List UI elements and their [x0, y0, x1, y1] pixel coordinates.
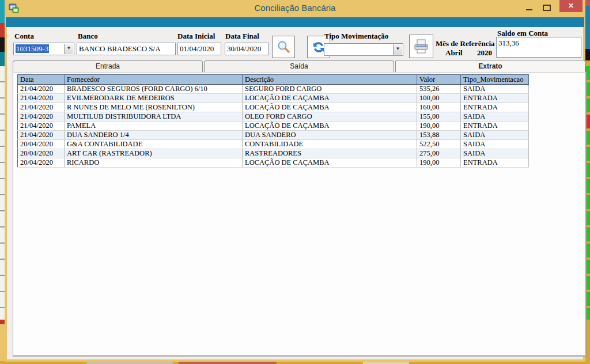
mes-referencia-year: 2020 — [477, 48, 492, 58]
table-cell: 21/04/2020 — [18, 112, 65, 122]
table-cell: RICARDO — [65, 158, 243, 168]
table-cell: DUA SANDERO — [243, 131, 417, 140]
table-row[interactable]: 21/04/2020R NUNES DE MELO ME (ROSENILTON… — [18, 103, 529, 112]
tab-extrato[interactable]: Extrato — [395, 60, 585, 72]
table-cell: SAIDA — [461, 140, 529, 149]
table-cell: SAIDA — [461, 131, 529, 140]
table-cell: 21/04/2020 — [18, 85, 65, 94]
column-header[interactable]: Valor — [417, 75, 461, 85]
table-cell: ENTRADA — [461, 122, 529, 131]
maximize-button[interactable] — [543, 5, 551, 11]
table-cell: 275,00 — [417, 149, 461, 158]
chevron-down-icon[interactable]: ▼ — [64, 44, 73, 54]
saldo-conta-field[interactable]: 313,36 — [496, 37, 581, 58]
table-body: 21/04/2020BRADESCO SEGUROS (FORD CARGO) … — [18, 85, 529, 168]
table-cell: LOCAÇÃO DE CAÇAMBA — [243, 122, 417, 131]
table-cell: MULTILUB DISTRIBUIDORA LTDA — [65, 112, 243, 122]
table-cell: G&A CONTABILIDADE — [65, 140, 243, 149]
table-cell: 100,00 — [417, 94, 461, 103]
table-row[interactable]: 21/04/2020MULTILUB DISTRIBUIDORA LTDAOLE… — [18, 112, 529, 122]
table-cell: 522,50 — [417, 140, 461, 149]
app-window: Conciliação Bancária ✕ Conta 1031509-3 ▼… — [5, 0, 585, 362]
banco-label: Banco — [78, 32, 98, 41]
table-cell: 21/04/2020 — [18, 122, 65, 131]
table-cell: SAIDA — [461, 112, 529, 122]
column-header[interactable]: Data — [18, 75, 65, 85]
table-cell: LOCAÇÃO DE CAÇAMBA — [243, 158, 417, 168]
search-icon — [276, 40, 291, 55]
table-cell: RASTREADORES — [243, 149, 417, 158]
table-cell: 535,26 — [417, 85, 461, 94]
table-row[interactable]: 20/04/2020RICARDOLOCAÇÃO DE CAÇAMBA190,0… — [18, 158, 529, 168]
mes-referencia-label: Mês de Referência — [436, 39, 495, 48]
table-row[interactable]: 20/04/2020ART CAR (RASTREADOR)RASTREADOR… — [18, 149, 529, 158]
movements-table: DataFornecedorDescriçãoValorTipo_Movimen… — [17, 74, 529, 168]
table-header-row: DataFornecedorDescriçãoValorTipo_Movimen… — [18, 75, 529, 85]
table-cell: LOCAÇÃO DE CAÇAMBA — [243, 94, 417, 103]
close-button[interactable]: ✕ — [559, 0, 583, 12]
table-cell: DUA SANDERO 1/4 — [65, 131, 243, 140]
table-cell: 160,00 — [417, 103, 461, 112]
background-window-left — [0, 0, 5, 364]
table-cell: ENTRADA — [461, 94, 529, 103]
minimize-button[interactable] — [526, 9, 532, 10]
table-cell: EVILMERODARK DE MEDEIROS — [65, 94, 243, 103]
table-row[interactable]: 20/04/2020G&A CONTABILIDADECONTABILIDADE… — [18, 140, 529, 149]
table-cell: 155,00 — [417, 112, 461, 122]
table-cell: SAIDA — [461, 149, 529, 158]
accent-bar — [6, 17, 584, 27]
table-row[interactable]: 21/04/2020EVILMERODARK DE MEDEIROSLOCAÇÃ… — [18, 94, 529, 103]
table-cell: ART CAR (RASTREADOR) — [65, 149, 243, 158]
tipo-movimentacao-combobox[interactable]: ▼ — [324, 43, 403, 56]
column-header[interactable]: Descrição — [243, 75, 417, 85]
table-cell: 190,00 — [417, 158, 461, 168]
tipo-movimentacao-label: Tipo Movimentação — [324, 32, 388, 41]
data-inicial-label: Data Inicial — [177, 32, 215, 41]
table-cell: 20/04/2020 — [18, 158, 65, 168]
data-final-field[interactable]: 30/04/2020 — [225, 43, 268, 55]
tab-saida[interactable]: Saída — [204, 60, 394, 73]
conta-label: Conta — [14, 32, 34, 41]
search-button[interactable] — [272, 36, 295, 58]
table-cell: 21/04/2020 — [18, 131, 65, 140]
mes-referencia-month: Abril — [445, 48, 463, 58]
chevron-down-icon[interactable]: ▼ — [393, 44, 402, 55]
table-cell: 20/04/2020 — [18, 140, 65, 149]
window-title: Conciliação Bancária — [5, 3, 585, 13]
table-cell: BRADESCO SEGUROS (FORD CARGO) 6/10 — [65, 85, 243, 94]
column-header[interactable]: Fornecedor — [65, 75, 243, 85]
table-cell: CONTABILIDADE — [243, 140, 417, 149]
table-cell: ENTRADA — [461, 158, 529, 168]
table-cell: R NUNES DE MELO ME (ROSENILTON) — [65, 103, 243, 112]
table-cell: 21/04/2020 — [18, 94, 65, 103]
table-cell: PAMELA — [65, 122, 243, 131]
tab-strip: EntradaSaídaExtrato — [13, 60, 587, 73]
window-content: Conta 1031509-3 ▼ Banco BANCO BRADESCO S… — [7, 27, 583, 359]
table-row[interactable]: 21/04/2020BRADESCO SEGUROS (FORD CARGO) … — [18, 85, 529, 94]
extrato-panel: DataFornecedorDescriçãoValorTipo_Movimen… — [13, 72, 587, 357]
printer-icon — [413, 38, 430, 55]
table-cell: 21/04/2020 — [18, 103, 65, 112]
conta-value: 1031509-3 — [16, 44, 49, 53]
print-button[interactable] — [409, 35, 433, 58]
data-inicial-field[interactable]: 01/04/2020 — [177, 43, 221, 55]
table-cell: SAIDA — [461, 85, 529, 94]
table-cell: 190,00 — [417, 122, 461, 131]
tab-entrada[interactable]: Entrada — [13, 60, 203, 73]
title-bar: Conciliação Bancária ✕ — [5, 0, 585, 17]
conta-combobox[interactable]: 1031509-3 ▼ — [13, 43, 74, 55]
table-row[interactable]: 21/04/2020PAMELALOCAÇÃO DE CAÇAMBA190,00… — [18, 122, 529, 131]
table-cell: ENTRADA — [461, 103, 529, 112]
table-cell: 20/04/2020 — [18, 149, 65, 158]
table-cell: SEGURO FORD CARGO — [243, 85, 417, 94]
data-final-label: Data Final — [225, 32, 259, 41]
column-header[interactable]: Tipo_Movimentacao — [461, 75, 529, 85]
table-cell: 153,88 — [417, 131, 461, 140]
banco-field[interactable]: BANCO BRADESCO S/A — [77, 43, 176, 55]
table-cell: LOCAÇÃO DE CAÇAMBA — [243, 103, 417, 112]
table-row[interactable]: 21/04/2020DUA SANDERO 1/4DUA SANDERO153,… — [18, 131, 529, 140]
table-cell: OLEO FORD CARGO — [243, 112, 417, 122]
